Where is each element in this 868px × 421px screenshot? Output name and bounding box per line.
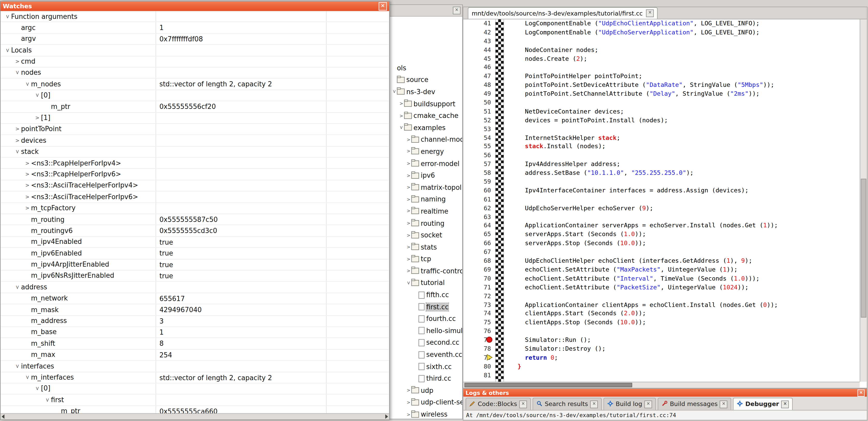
tree-item[interactable]: >error-model — [388, 158, 462, 169]
editor-vscrollbar[interactable] — [860, 20, 867, 382]
watch-row[interactable]: >m_interfacesstd::vector of length 2, ca… — [1, 372, 389, 384]
twisty-icon[interactable]: > — [12, 69, 23, 76]
code-line[interactable]: 77 Simulator::Run (); — [463, 336, 860, 345]
tree-item[interactable]: source — [388, 74, 462, 86]
tree-item[interactable]: >wireless — [388, 408, 462, 419]
watch-row[interactable]: >stack — [1, 147, 389, 158]
code-line[interactable]: 50 — [463, 99, 860, 107]
code-line[interactable]: 68 UdpEchoClientHelper echoClient (inter… — [463, 257, 860, 266]
twisty-icon[interactable]: > — [24, 180, 31, 191]
watch-row[interactable]: m_shift8 — [1, 338, 389, 350]
code-line[interactable]: 42 LogComponentEnable ("UdpEchoServerApp… — [463, 28, 860, 37]
watch-row[interactable]: >[1] — [1, 112, 389, 124]
watch-row[interactable]: >first — [1, 395, 389, 406]
watches-titlebar[interactable]: Watches × — [1, 2, 389, 11]
tree-item[interactable]: >examples — [388, 122, 462, 134]
twisty-icon[interactable]: > — [406, 388, 411, 393]
tree-item[interactable]: >ipv6 — [388, 169, 462, 181]
tab-build-log[interactable]: Build log× — [603, 398, 656, 410]
code-line[interactable]: 58 address.SetBase ("10.1.1.0", "255.255… — [463, 169, 860, 177]
code-line[interactable]: 51 NetDeviceContainer devices; — [463, 107, 860, 116]
watch-row[interactable]: m_ipv4Enabledtrue — [1, 237, 389, 248]
code-line[interactable]: 56 — [463, 151, 860, 160]
twisty-icon[interactable]: > — [406, 221, 411, 226]
tab-code-blocks[interactable]: Code::Blocks× — [466, 398, 531, 410]
watch-row[interactable]: >cmd — [1, 56, 389, 67]
logs-close-icon[interactable]: × — [858, 389, 865, 396]
tree-item[interactable]: hello-simul — [388, 325, 462, 337]
tree-item[interactable]: >routing — [388, 217, 462, 229]
watch-row[interactable]: >pointToPoint — [1, 124, 389, 135]
code-line[interactable]: 78 Simulator::Destroy (); — [463, 345, 860, 354]
tree-item[interactable]: >channel-mod — [388, 134, 462, 145]
code-line[interactable]: 48 pointToPoint.SetDeviceAttribute ("Dat… — [463, 81, 860, 90]
twisty-icon[interactable]: > — [406, 161, 411, 166]
watch-row[interactable]: m_base1 — [1, 327, 389, 338]
editor-hscrollbar[interactable] — [463, 382, 860, 388]
watch-row[interactable]: m_max254 — [1, 349, 389, 361]
watch-row[interactable]: ><ns3::PcapHelperForIpv4> — [1, 158, 389, 169]
code-line[interactable]: 64 ApplicationContainer serverApps = ech… — [463, 222, 860, 230]
tab-search-results[interactable]: Search results× — [533, 398, 602, 410]
code-line[interactable]: 76 — [463, 327, 860, 336]
code-line[interactable]: 61 — [463, 195, 860, 204]
twisty-icon[interactable]: > — [12, 362, 23, 370]
twisty-icon[interactable]: > — [12, 284, 23, 291]
twisty-icon[interactable]: > — [406, 197, 411, 202]
tree-item[interactable]: >ns-3-dev — [388, 86, 462, 98]
tree-item[interactable]: >buildsupport — [388, 98, 462, 110]
twisty-icon[interactable]: > — [406, 149, 411, 154]
twisty-icon[interactable]: > — [406, 173, 411, 178]
watch-row[interactable]: argv0x7fffffffdf08 — [1, 34, 389, 45]
tree-item[interactable]: >udp-client-ser — [388, 396, 462, 408]
code-line[interactable]: 46 — [463, 63, 860, 72]
code-line[interactable]: 79 return 0; — [463, 354, 860, 362]
tree-item[interactable]: >stats — [388, 241, 462, 253]
twisty-icon[interactable]: > — [406, 137, 411, 142]
code-line[interactable]: 63 — [463, 213, 860, 222]
current-line-arrow-icon[interactable] — [486, 354, 493, 361]
watch-row[interactable]: >Locals — [1, 45, 389, 56]
watch-row[interactable]: >devices — [1, 135, 389, 147]
code-line[interactable]: 44 NodeContainer nodes; — [463, 46, 860, 55]
watch-row[interactable]: m_routingv60x5555555cd3c0 — [1, 226, 389, 237]
tree-item[interactable]: >naming — [388, 193, 462, 205]
tree-item[interactable]: seventh.cc — [388, 349, 462, 360]
tree-item[interactable]: >socket — [388, 229, 462, 241]
code-line[interactable]: 81 — [463, 371, 860, 380]
twisty-icon[interactable]: > — [14, 135, 21, 146]
watch-row[interactable]: >nodes — [1, 67, 389, 79]
watch-row[interactable]: ><ns3::AsciiTraceHelperForIpv6> — [1, 192, 389, 203]
tree-item[interactable]: fourth.cc — [388, 313, 462, 325]
code-line[interactable]: 69 echoClient.SetAttribute ("MaxPackets"… — [463, 266, 860, 274]
twisty-icon[interactable]: > — [12, 148, 23, 155]
twisty-icon[interactable]: > — [14, 124, 21, 134]
watch-row[interactable]: argc1 — [1, 22, 389, 34]
tab-close-icon[interactable]: × — [519, 400, 527, 408]
twisty-icon[interactable]: > — [399, 125, 404, 130]
tree-item[interactable]: >traffic-contro — [388, 265, 462, 277]
watch-row[interactable]: m_ptr0x5555555ca660 — [1, 406, 389, 414]
twisty-icon[interactable]: > — [406, 257, 411, 261]
tree-item[interactable]: >tcp — [388, 253, 462, 265]
tab-debugger[interactable]: Debugger× — [733, 398, 793, 410]
code-line[interactable]: 65 serverApps.Start (Seconds (1.0)); — [463, 230, 860, 239]
tree-item[interactable]: >udp — [388, 385, 462, 396]
twisty-icon[interactable]: > — [406, 185, 411, 190]
tree-item[interactable]: ols — [388, 62, 462, 74]
watch-row[interactable]: >address — [1, 282, 389, 293]
watches-hscrollbar[interactable] — [1, 413, 389, 419]
code-line[interactable]: 53 — [463, 125, 860, 134]
tab-close-icon[interactable]: × — [590, 400, 598, 408]
twisty-icon[interactable]: > — [22, 80, 33, 88]
tree-item[interactable]: second.cc — [388, 337, 462, 349]
logs-titlebar[interactable]: Logs & others × — [463, 389, 867, 397]
scroll-right-icon[interactable] — [385, 414, 388, 419]
code-line[interactable]: 80} — [463, 362, 860, 371]
watch-row[interactable]: >m_tcpFactory — [1, 203, 389, 214]
code-line[interactable]: 60 Ipv4InterfaceContainer interfaces = a… — [463, 187, 860, 195]
tree-item[interactable]: >tutorial — [388, 277, 462, 289]
twisty-icon[interactable]: > — [24, 192, 31, 202]
watch-row[interactable]: ><ns3::PcapHelperForIpv6> — [1, 169, 389, 180]
twisty-icon[interactable]: > — [406, 209, 411, 214]
